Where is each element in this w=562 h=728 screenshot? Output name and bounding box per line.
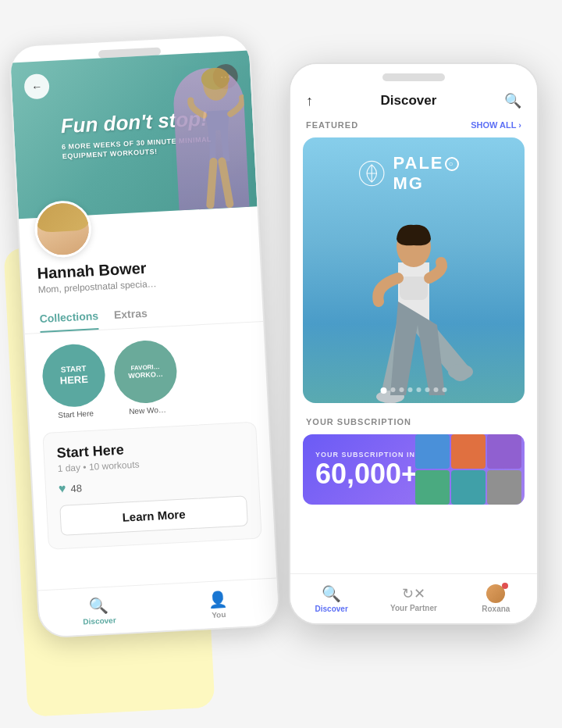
share-icon[interactable]: ↑ bbox=[306, 93, 313, 109]
discover-icon: 🔍 bbox=[88, 596, 108, 616]
collections-row: start HERE Start Here favori… WORKO… New… bbox=[25, 322, 269, 434]
search-icon[interactable]: 🔍 bbox=[504, 92, 521, 109]
nav-profile-label: Roxana bbox=[482, 605, 510, 613]
likes-count: 48 bbox=[70, 482, 82, 494]
header-title: Discover bbox=[381, 93, 437, 109]
avatar-hair bbox=[36, 202, 89, 234]
front-header: ↑ Discover 🔍 bbox=[290, 64, 537, 117]
svg-point-3 bbox=[448, 364, 473, 380]
profile-section: Hannah Bower Mom, prelpostnatal specia… bbox=[18, 191, 261, 304]
collection-label-new: New Wo… bbox=[116, 405, 179, 416]
svg-rect-4 bbox=[400, 277, 428, 300]
subscription-card[interactable]: YOUR SUBSCRIPTION INCLUDES 60,000+ bbox=[303, 434, 525, 505]
collection-label-start: Start Here bbox=[44, 409, 107, 420]
dot-2 bbox=[391, 387, 396, 392]
featured-label: FEATURED bbox=[306, 120, 358, 130]
subscription-images bbox=[415, 434, 525, 505]
bottom-nav-back: 🔍 Discover 👤 You bbox=[38, 578, 279, 637]
nav-discover-label-front: Discover bbox=[315, 605, 348, 613]
heart-icon: ♥ bbox=[59, 482, 66, 496]
sub-image-3 bbox=[451, 434, 486, 469]
sub-image-6 bbox=[487, 470, 521, 505]
subscription-header: YOUR SUBSCRIPTION bbox=[290, 403, 537, 434]
nav-partner[interactable]: ↻✕ Your Partner bbox=[372, 585, 454, 612]
collection-start-here[interactable]: start HERE bbox=[41, 343, 106, 409]
dot-3 bbox=[400, 387, 404, 392]
dot-4 bbox=[408, 387, 413, 392]
dot-7 bbox=[434, 387, 439, 392]
tab-extras[interactable]: Extras bbox=[114, 307, 148, 329]
sub-image-5 bbox=[487, 434, 521, 469]
sub-image-1 bbox=[415, 434, 450, 469]
notch-front bbox=[382, 73, 445, 81]
tab-collections[interactable]: Collections bbox=[39, 309, 99, 333]
likes-row: ♥ 48 bbox=[59, 472, 247, 496]
nav-discover[interactable]: 🔍 Discover bbox=[38, 594, 159, 629]
featured-header: FEATURED SHOW ALL › bbox=[290, 117, 537, 137]
dot-5 bbox=[417, 387, 422, 392]
nav-discover-label: Discover bbox=[83, 616, 116, 626]
sub-image-4 bbox=[451, 470, 486, 505]
dot-6 bbox=[425, 387, 430, 392]
avatar-face bbox=[36, 202, 90, 256]
nav-you-label: You bbox=[212, 610, 226, 619]
start-here-section: Start Here 1 day • 10 workouts ♥ 48 Lear… bbox=[42, 422, 261, 550]
notification-badge bbox=[502, 583, 508, 589]
nav-discover-front[interactable]: 🔍 Discover bbox=[290, 584, 372, 613]
nav-partner-label: Your Partner bbox=[390, 604, 437, 612]
sub-image-2 bbox=[415, 470, 450, 505]
subscription-label: YOUR SUBSCRIPTION bbox=[306, 417, 411, 426]
you-icon: 👤 bbox=[208, 590, 228, 609]
phone-back: ← ··· Fun don't stop! 6 MORE WEEKS OF 30… bbox=[8, 33, 280, 638]
featured-card[interactable]: PALE○MG bbox=[303, 137, 525, 403]
show-all-button[interactable]: SHOW ALL › bbox=[471, 120, 521, 130]
back-button[interactable]: ← bbox=[23, 73, 50, 100]
nav-profile[interactable]: Roxana bbox=[455, 584, 537, 613]
learn-more-button[interactable]: Learn More bbox=[59, 495, 248, 536]
card-dots bbox=[381, 387, 447, 394]
featured-woman bbox=[328, 184, 500, 403]
banner-woman-silhouette bbox=[172, 66, 249, 210]
discover-icon-front: 🔍 bbox=[322, 584, 341, 603]
partner-icon: ↻✕ bbox=[402, 585, 425, 602]
bottom-nav-front: 🔍 Discover ↻✕ Your Partner Roxana bbox=[290, 573, 537, 623]
nav-you[interactable]: 👤 You bbox=[158, 587, 279, 623]
dot-8 bbox=[443, 387, 447, 392]
dot-1 bbox=[381, 387, 387, 394]
collection-fav-workouts[interactable]: favori… WORKO… bbox=[112, 339, 178, 405]
phone-front: ↑ Discover 🔍 FEATURED SHOW ALL › PALE○MG bbox=[289, 62, 539, 625]
avatar bbox=[34, 199, 93, 259]
